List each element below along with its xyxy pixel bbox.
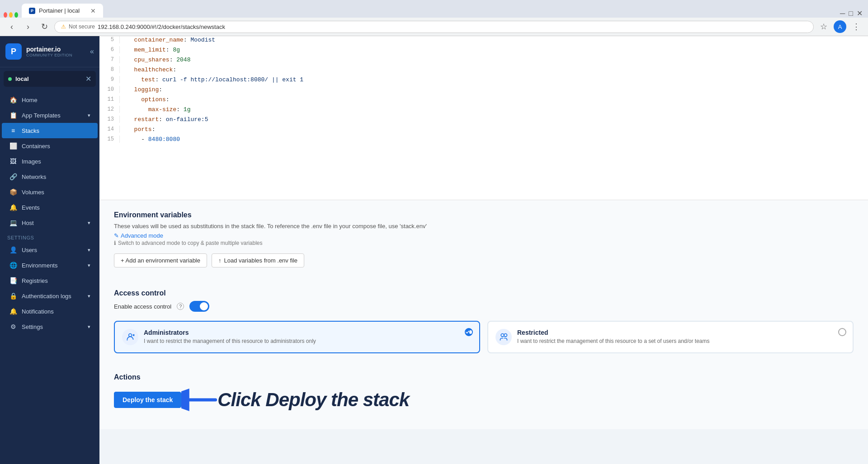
access-control-title: Access control: [114, 289, 854, 297]
administrators-card-title: Administrators: [144, 329, 472, 336]
browser-chrome: P Portainer | local ✕ ─ □ ✕ ‹ › ↻ ⚠ Not …: [0, 0, 868, 36]
access-control-toggle[interactable]: [189, 301, 209, 312]
forward-button[interactable]: ›: [22, 20, 34, 33]
images-icon: 🖼: [9, 158, 17, 165]
env-vars-buttons: + Add an environment variable ↑ Load var…: [114, 253, 854, 267]
sidebar: P portainer.io COMMUNITY EDITION « local…: [0, 36, 99, 464]
reload-button[interactable]: ↻: [38, 20, 51, 33]
restricted-radio[interactable]: [838, 328, 846, 336]
containers-icon: ⬜: [9, 142, 17, 150]
settings-section-label: Settings: [0, 230, 99, 242]
code-blank-space: [99, 145, 868, 200]
sidebar-item-volumes[interactable]: 📦 Volumes: [2, 184, 98, 200]
advanced-mode-label: Advanced mode: [121, 232, 163, 239]
access-card-administrators[interactable]: Administrators I want to restrict the ma…: [114, 321, 480, 353]
toggle-label: Enable access control: [114, 303, 171, 310]
sidebar-item-containers[interactable]: ⬜ Containers: [2, 138, 98, 154]
sidebar-item-networks[interactable]: 🔗 Networks: [2, 169, 98, 184]
sidebar-item-label: App Templates: [22, 112, 61, 119]
annotation-text: Click Deploy the stack: [217, 389, 409, 411]
sidebar-item-registries[interactable]: 📑 Registries: [2, 273, 98, 288]
code-line-12: 12 max-size: 1g: [99, 106, 868, 116]
sidebar-item-label: Host: [22, 220, 34, 226]
sidebar-item-host[interactable]: 💻 Host ▾: [2, 215, 98, 230]
maximize-button[interactable]: □: [849, 9, 853, 18]
switch-hint: ℹ Switch to advanced mode to copy & past…: [114, 240, 854, 246]
sidebar-item-label: Home: [22, 97, 38, 103]
address-bar[interactable]: ⚠ Not secure 192.168.0.240:9000/#!/2/doc…: [54, 21, 814, 33]
app-templates-icon: 📋: [9, 112, 17, 119]
administrators-card-body: Administrators I want to restrict the ma…: [144, 329, 472, 344]
back-button[interactable]: ‹: [5, 20, 18, 33]
sidebar-item-stacks[interactable]: ≡ Stacks: [2, 123, 98, 138]
sidebar-item-label: Images: [22, 158, 41, 165]
actions-section: Actions Deploy the stack Click Deploy th…: [99, 364, 868, 429]
code-editor[interactable]: 5 container_name: Moodist 6 mem_limit: 8…: [99, 36, 868, 200]
sidebar-item-label: Volumes: [22, 189, 44, 196]
info-icon: ℹ: [114, 240, 116, 246]
env-vars-title: Environment variables: [114, 211, 854, 219]
load-env-file-button[interactable]: ↑ Load variables from .env file: [212, 253, 304, 267]
administrators-card-desc: I want to restrict the management of thi…: [144, 338, 472, 344]
profile-button[interactable]: A: [834, 20, 846, 33]
sidebar-item-home[interactable]: 🏠 Home: [2, 92, 98, 108]
settings-icon: ⚙: [9, 323, 17, 330]
sidebar-logo-text: portainer.io COMMUNITY EDITION: [26, 46, 72, 57]
menu-button[interactable]: ⋮: [850, 20, 863, 33]
sidebar-item-auth-logs[interactable]: 🔒 Authentication logs ▾: [2, 288, 98, 304]
sidebar-item-notifications[interactable]: 🔔 Notifications: [2, 304, 98, 319]
edit-icon: ✎: [114, 232, 119, 239]
advanced-mode-link[interactable]: ✎ Advanced mode: [114, 232, 854, 239]
sidebar-logo-name: portainer.io: [26, 46, 72, 53]
sidebar-item-app-templates[interactable]: 📋 App Templates ▾: [2, 108, 98, 123]
environments-icon: 🌐: [9, 262, 17, 269]
sidebar-item-label: Containers: [22, 143, 50, 150]
sidebar-item-label: Users: [22, 247, 37, 253]
close-window-button[interactable]: ✕: [857, 9, 863, 18]
sidebar-item-label: Notifications: [22, 308, 54, 315]
deploy-row: Deploy the stack Click Deploy the stack: [114, 389, 854, 411]
code-line-5: 5 container_name: Moodist: [99, 36, 868, 46]
chevron-down-icon: ▾: [88, 324, 90, 330]
stacks-icon: ≡: [9, 127, 17, 134]
toggle-hint-icon: ?: [177, 303, 184, 310]
sidebar-item-images[interactable]: 🖼 Images: [2, 154, 98, 169]
sidebar-item-events[interactable]: 🔔 Events: [2, 200, 98, 215]
browser-tab[interactable]: P Portainer | local ✕: [22, 4, 103, 18]
sidebar-item-label: Stacks: [22, 127, 39, 134]
minimize-button[interactable]: ─: [840, 9, 845, 18]
users-icon: 👤: [9, 246, 17, 253]
bookmark-button[interactable]: ☆: [817, 20, 830, 33]
sidebar-logo: P portainer.io COMMUNITY EDITION «: [0, 36, 99, 67]
code-line-10: 10 logging:: [99, 86, 868, 96]
sidebar-item-label: Authentication logs: [22, 293, 71, 300]
access-card-restricted[interactable]: Restricted I want to restrict the manage…: [487, 321, 854, 353]
code-lines: 5 container_name: Moodist 6 mem_limit: 8…: [99, 36, 868, 200]
svg-point-5: [504, 334, 507, 337]
deploy-stack-button[interactable]: Deploy the stack: [114, 392, 181, 408]
sidebar-environment[interactable]: local ✕: [4, 71, 96, 87]
env-name: local: [15, 75, 82, 82]
sidebar-collapse-button[interactable]: «: [90, 47, 94, 56]
sidebar-item-users[interactable]: 👤 Users ▾: [2, 242, 98, 258]
sidebar-logo-sub: COMMUNITY EDITION: [26, 53, 72, 57]
sidebar-item-environments[interactable]: 🌐 Environments ▾: [2, 258, 98, 273]
tab-title: Portainer | local: [39, 7, 80, 14]
tab-close-button[interactable]: ✕: [90, 8, 96, 14]
host-icon: 💻: [9, 219, 17, 226]
env-close-button[interactable]: ✕: [85, 75, 91, 83]
code-line-11: 11 options:: [99, 96, 868, 106]
upload-icon: ↑: [218, 257, 222, 264]
administrators-radio[interactable]: [465, 328, 473, 336]
sidebar-item-settings[interactable]: ⚙ Settings ▾: [2, 319, 98, 334]
add-env-var-button[interactable]: + Add an environment variable: [114, 253, 207, 267]
browser-toolbar: ‹ › ↻ ⚠ Not secure 192.168.0.240:9000/#!…: [0, 18, 868, 36]
sidebar-navigation: 🏠 Home 📋 App Templates ▾ ≡ Stacks ⬜ Cont…: [0, 90, 99, 464]
administrators-icon: [122, 329, 138, 345]
not-secure-label: Not secure: [69, 23, 95, 30]
svg-point-0: [129, 334, 132, 337]
chevron-down-icon: ▾: [88, 262, 90, 268]
portainer-logo-icon: P: [5, 43, 22, 60]
code-line-6: 6 mem_limit: 8g: [99, 46, 868, 56]
tab-favicon: P: [29, 8, 35, 14]
